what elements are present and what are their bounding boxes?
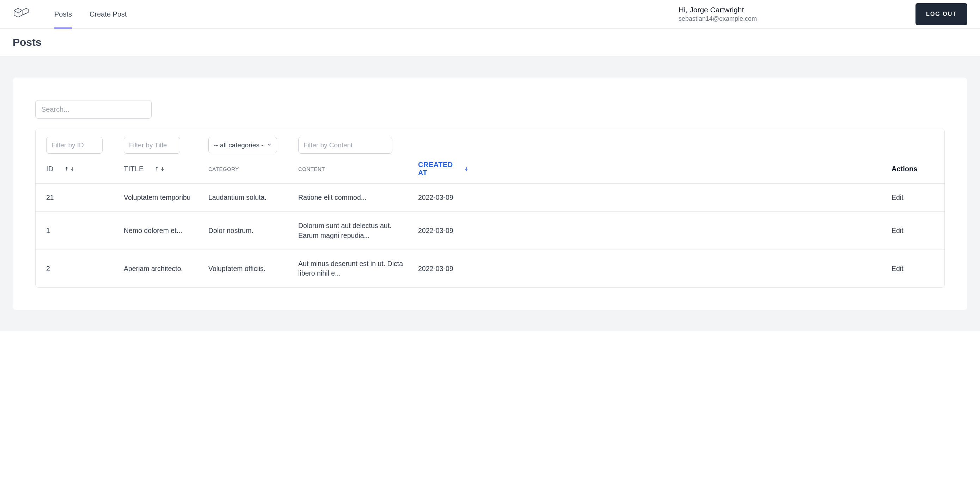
cell-category: Laudantium soluta. (208, 193, 298, 202)
cell-created-at: 2022-03-09 (418, 264, 891, 273)
search-wrap (35, 100, 945, 119)
header-category: CATEGORY (208, 166, 298, 172)
table-row: 2 Aperiam architecto. Voluptatem officii… (36, 250, 944, 287)
header-id[interactable]: ID (46, 165, 124, 173)
top-navigation: Posts Create Post Hi, Jorge Cartwright s… (0, 0, 980, 29)
header-actions: Actions (891, 165, 934, 173)
cell-id: 21 (46, 193, 124, 202)
main-canvas: -- all categories -- ID (0, 56, 980, 331)
app-logo[interactable] (13, 6, 30, 22)
filter-row: -- all categories -- (36, 129, 944, 161)
filter-category-select[interactable]: -- all categories -- (208, 137, 277, 153)
cell-created-at: 2022-03-09 (418, 226, 891, 235)
nav-tab-create-post[interactable]: Create Post (89, 0, 127, 29)
page-title-bar: Posts (0, 29, 980, 56)
table-row: 21 Voluptatem temporibu Laudantium solut… (36, 184, 944, 212)
cell-category: Voluptatem officiis. (208, 264, 298, 273)
search-input[interactable] (35, 100, 151, 119)
sort-arrows-icon (64, 167, 75, 171)
cell-content: Ratione elit commod... (298, 193, 418, 202)
filter-content-cell (298, 137, 418, 154)
filter-content-input[interactable] (298, 137, 392, 154)
cell-created-at: 2022-03-09 (418, 193, 891, 202)
sort-down-icon (464, 167, 469, 171)
edit-link[interactable]: Edit (891, 227, 904, 234)
header-created-at[interactable]: CREATED AT (418, 161, 891, 177)
user-greeting: Hi, Jorge Cartwright (679, 5, 757, 14)
cell-content: Aut minus deserunt est in ut. Dicta libe… (298, 259, 418, 278)
user-info: Hi, Jorge Cartwright sebastian14@example… (679, 5, 757, 23)
table-row: 1 Nemo dolorem et... Dolor nostrum. Dolo… (36, 212, 944, 250)
logout-button[interactable]: LOG OUT (915, 3, 967, 25)
header-content: CONTENT (298, 166, 418, 172)
header-title[interactable]: TITLE (124, 165, 208, 173)
cell-title: Nemo dolorem et... (124, 226, 208, 235)
filter-id-cell (46, 137, 124, 154)
cell-content: Dolorum sunt aut delectus aut. Earum mag… (298, 221, 418, 240)
cell-title: Aperiam architecto. (124, 264, 208, 273)
user-email: sebastian14@example.com (679, 14, 757, 23)
table-header: ID TITLE CATEGORY CO (36, 161, 944, 184)
edit-link[interactable]: Edit (891, 265, 904, 273)
sort-arrows-icon (154, 167, 165, 171)
posts-table: -- all categories -- ID (35, 129, 945, 287)
nav-tab-posts[interactable]: Posts (54, 0, 72, 29)
filter-title-cell (124, 137, 208, 154)
filter-title-input[interactable] (124, 137, 180, 154)
edit-link[interactable]: Edit (891, 194, 904, 201)
nav-tabs: Posts Create Post (54, 0, 679, 29)
filter-category-cell: -- all categories -- (208, 137, 298, 154)
cell-category: Dolor nostrum. (208, 226, 298, 235)
filter-id-input[interactable] (46, 137, 103, 154)
cell-id: 1 (46, 226, 124, 235)
cell-title: Voluptatem temporibu (124, 193, 208, 202)
page-title: Posts (13, 36, 967, 48)
cell-id: 2 (46, 264, 124, 273)
laravel-logo-icon (13, 6, 30, 22)
posts-card: -- all categories -- ID (13, 78, 967, 310)
